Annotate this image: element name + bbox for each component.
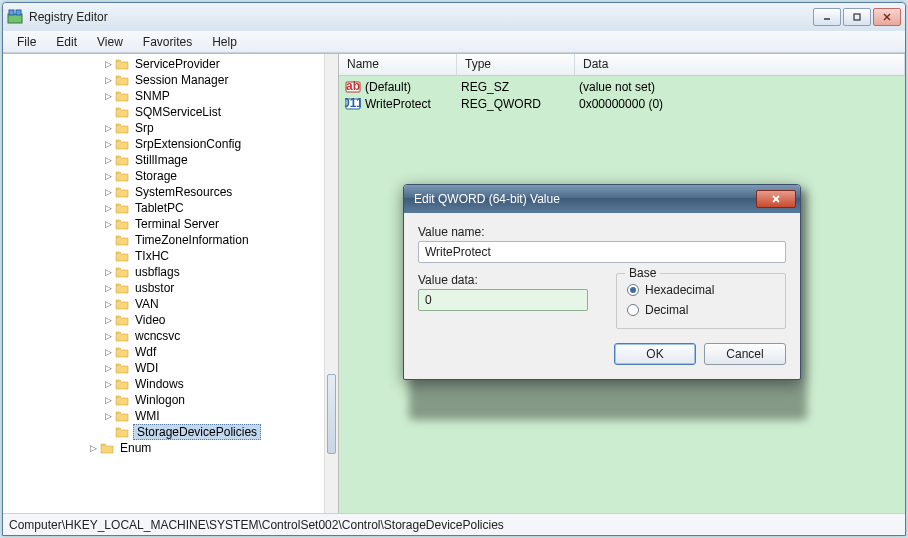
tree-item-label: Wdf <box>133 345 158 359</box>
expand-arrow-icon[interactable]: ▷ <box>103 203 113 213</box>
tree-item[interactable]: ▷WDI <box>3 360 324 376</box>
expand-arrow-icon[interactable]: ▷ <box>103 315 113 325</box>
value-row[interactable]: ab(Default)REG_SZ(value not set) <box>339 78 905 95</box>
tree-item-label: TabletPC <box>133 201 186 215</box>
workspace: ▷ServiceProvider▷Session Manager▷SNMPSQM… <box>3 53 905 513</box>
tree-item[interactable]: TIxHC <box>3 248 324 264</box>
expand-arrow-icon[interactable]: ▷ <box>103 347 113 357</box>
maximize-button[interactable] <box>843 8 871 26</box>
tree-item-label: WDI <box>133 361 160 375</box>
tree-item[interactable]: TimeZoneInformation <box>3 232 324 248</box>
titlebar[interactable]: Registry Editor <box>3 3 905 31</box>
menu-view[interactable]: View <box>89 33 131 51</box>
binary-value-icon: 011 <box>345 96 361 112</box>
col-header-name[interactable]: Name <box>339 54 457 75</box>
close-button[interactable] <box>873 8 901 26</box>
expand-arrow-icon[interactable]: ▷ <box>103 219 113 229</box>
radio-dec-indicator <box>627 304 639 316</box>
value-row[interactable]: 011WriteProtectREG_QWORD0x00000000 (0) <box>339 95 905 112</box>
tree-item[interactable]: ▷Video <box>3 312 324 328</box>
tree-item[interactable]: ▷Winlogon <box>3 392 324 408</box>
string-value-icon: ab <box>345 79 361 95</box>
tree-item-label: TimeZoneInformation <box>133 233 251 247</box>
tree-item[interactable]: StorageDevicePolicies <box>3 424 324 440</box>
expand-arrow-icon[interactable]: ▷ <box>103 75 113 85</box>
menu-help[interactable]: Help <box>204 33 245 51</box>
expand-arrow-icon[interactable]: ▷ <box>103 91 113 101</box>
tree-item[interactable]: ▷Storage <box>3 168 324 184</box>
col-header-data[interactable]: Data <box>575 54 905 75</box>
radio-dec-label: Decimal <box>645 303 688 317</box>
radio-decimal[interactable]: Decimal <box>627 300 775 320</box>
tree-item[interactable]: ▷ServiceProvider <box>3 56 324 72</box>
tree-scrollbar-thumb[interactable] <box>327 374 336 454</box>
tree-item[interactable]: ▷wcncsvc <box>3 328 324 344</box>
tree-item[interactable]: ▷Enum <box>3 440 324 456</box>
tree-item-label: Session Manager <box>133 73 230 87</box>
tree-item[interactable]: ▷Windows <box>3 376 324 392</box>
expand-arrow-icon[interactable]: ▷ <box>103 379 113 389</box>
tree-item[interactable]: ▷TabletPC <box>3 200 324 216</box>
expand-arrow-icon[interactable]: ▷ <box>103 123 113 133</box>
value-type: REG_QWORD <box>461 97 579 111</box>
tree-item[interactable]: ▷SrpExtensionConfig <box>3 136 324 152</box>
expand-arrow-icon[interactable]: ▷ <box>103 139 113 149</box>
expand-arrow-icon[interactable]: ▷ <box>103 267 113 277</box>
tree-scrollbar[interactable] <box>324 54 338 513</box>
cancel-button[interactable]: Cancel <box>704 343 786 365</box>
expand-arrow-icon[interactable]: ▷ <box>103 59 113 69</box>
expand-arrow-icon[interactable]: ▷ <box>103 283 113 293</box>
expand-arrow-icon[interactable]: ▷ <box>103 363 113 373</box>
tree-item[interactable]: ▷VAN <box>3 296 324 312</box>
expand-arrow-icon[interactable]: ▷ <box>103 331 113 341</box>
dialog-titlebar[interactable]: Edit QWORD (64-bit) Value <box>404 185 800 213</box>
expand-arrow-icon[interactable]: ▷ <box>103 171 113 181</box>
col-header-type[interactable]: Type <box>457 54 575 75</box>
tree-item[interactable]: ▷Session Manager <box>3 72 324 88</box>
tree-item[interactable]: ▷Wdf <box>3 344 324 360</box>
menu-favorites[interactable]: Favorites <box>135 33 200 51</box>
menu-edit[interactable]: Edit <box>48 33 85 51</box>
tree-item-label: SrpExtensionConfig <box>133 137 243 151</box>
svg-rect-4 <box>854 14 860 20</box>
tree-item[interactable]: ▷StillImage <box>3 152 324 168</box>
tree-item-label: WMI <box>133 409 162 423</box>
edit-qword-dialog: Edit QWORD (64-bit) Value Value name: Va… <box>403 184 801 380</box>
dialog-close-button[interactable] <box>756 190 796 208</box>
status-path: Computer\HKEY_LOCAL_MACHINE\SYSTEM\Contr… <box>9 518 504 532</box>
svg-rect-1 <box>9 10 14 15</box>
tree-view[interactable]: ▷ServiceProvider▷Session Manager▷SNMPSQM… <box>3 54 324 513</box>
tree-item[interactable]: ▷Srp <box>3 120 324 136</box>
svg-text:ab: ab <box>346 79 360 93</box>
tree-item[interactable]: ▷WMI <box>3 408 324 424</box>
tree-item-label: Terminal Server <box>133 217 221 231</box>
value-name: WriteProtect <box>365 97 461 111</box>
expand-arrow-icon[interactable]: ▷ <box>88 443 98 453</box>
value-data-field[interactable] <box>418 289 588 311</box>
tree-item[interactable]: ▷SNMP <box>3 88 324 104</box>
tree-item[interactable]: ▷usbflags <box>3 264 324 280</box>
ok-button[interactable]: OK <box>614 343 696 365</box>
menu-file[interactable]: File <box>9 33 44 51</box>
value-data-label: Value data: <box>418 273 602 287</box>
tree-item[interactable]: ▷usbstor <box>3 280 324 296</box>
expand-arrow-icon[interactable]: ▷ <box>103 155 113 165</box>
tree-item[interactable]: ▷SystemResources <box>3 184 324 200</box>
value-name: (Default) <box>365 80 461 94</box>
expand-arrow-icon[interactable]: ▷ <box>103 187 113 197</box>
tree-item-label: SQMServiceList <box>133 105 223 119</box>
tree-item-label: StillImage <box>133 153 190 167</box>
expand-arrow-icon[interactable]: ▷ <box>103 395 113 405</box>
tree-item[interactable]: ▷Terminal Server <box>3 216 324 232</box>
tree-item-label: SystemResources <box>133 185 234 199</box>
tree-item-label: usbstor <box>133 281 176 295</box>
base-groupbox: Base Hexadecimal Decimal <box>616 273 786 329</box>
values-header[interactable]: Name Type Data <box>339 54 905 76</box>
radio-hexadecimal[interactable]: Hexadecimal <box>627 280 775 300</box>
tree-item-label: Storage <box>133 169 179 183</box>
expand-arrow-icon[interactable]: ▷ <box>103 299 113 309</box>
minimize-button[interactable] <box>813 8 841 26</box>
tree-item[interactable]: SQMServiceList <box>3 104 324 120</box>
expand-arrow-icon[interactable]: ▷ <box>103 411 113 421</box>
value-name-field[interactable] <box>418 241 786 263</box>
